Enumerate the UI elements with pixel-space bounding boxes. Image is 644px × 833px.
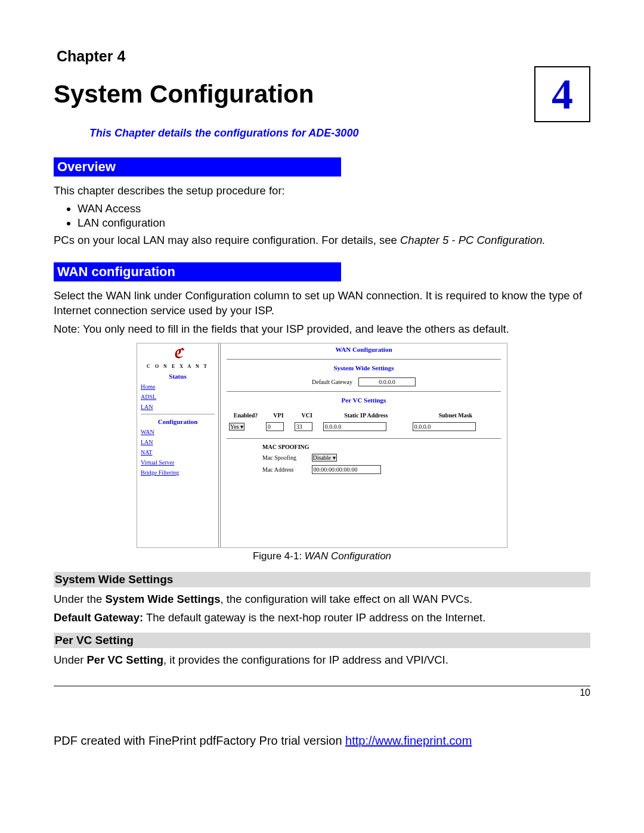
enabled-select[interactable]: Yes ▾	[229, 423, 244, 431]
title-row: System Configuration 4	[54, 66, 590, 122]
default-gateway-row: Default Gateway 0.0.0.0	[227, 377, 501, 386]
overview-intro: This chapter describes the setup procedu…	[54, 184, 590, 199]
section-wan-heading: WAN configuration	[54, 262, 341, 281]
figure-caption: Figure 4-1: WAN Configuration	[54, 550, 590, 562]
figure-caption-em: WAN Configuration	[305, 550, 391, 562]
pdf-footer: PDF created with FinePrint pdfFactory Pr…	[54, 734, 590, 748]
text: PCs on your local LAN may also require c…	[54, 234, 400, 246]
th-mask: Subnet Mask	[411, 411, 500, 420]
sidebar-config-label: Configuration	[141, 418, 215, 425]
screenshot-main: WAN Configuration System Wide Settings D…	[221, 343, 507, 547]
sidebar-link-virtual-server[interactable]: Virtual Server	[141, 459, 215, 466]
wan-p1: Select the WAN link under Configuration …	[54, 289, 590, 318]
section-overview-heading: Overview	[54, 157, 341, 176]
sidebar-link-adsl[interactable]: ADSL	[141, 394, 215, 400]
page-number: 10	[54, 688, 590, 698]
wan-p2: Note: You only need to fill in the field…	[54, 322, 590, 337]
sidebar-link-bridge-filtering[interactable]: Bridge Filtering	[141, 469, 215, 476]
th-enabled: Enabled?	[228, 411, 264, 420]
mac-spoofing-row: Mac Spoofing Disable ▾	[262, 454, 501, 462]
footer-link[interactable]: http://www.fineprint.com	[345, 734, 472, 747]
sidebar-link-wan[interactable]: WAN	[141, 429, 215, 435]
wan-config-screenshot: ℭ C O N E X A N T Status Home ADSL LAN C…	[137, 343, 507, 548]
chapter-label: Chapter 4	[57, 48, 590, 65]
default-gateway-input[interactable]: 0.0.0.0	[358, 377, 416, 386]
sws-subheading: System Wide Settings	[54, 572, 590, 587]
page-title: System Configuration	[54, 80, 314, 109]
chapter-subtitle: This Chapter details the configurations …	[89, 127, 590, 140]
vci-input[interactable]: 33	[295, 422, 312, 431]
pvc-text: Under Per VC Setting, it provides the co…	[54, 653, 590, 668]
figure-caption-pre: Figure 4-1:	[253, 550, 305, 562]
mac-address-label: Mac Address	[262, 466, 310, 473]
th-ip: Static IP Address	[322, 411, 410, 420]
list-item: WAN Access	[78, 202, 590, 215]
overview-bullets: WAN Access LAN configuration	[78, 202, 590, 230]
sidebar-link-lan[interactable]: LAN	[141, 404, 215, 410]
footer-text: PDF created with FinePrint pdfFactory Pr…	[54, 734, 345, 747]
ss-main-title: WAN Configuration	[227, 346, 501, 353]
pvc-table: Enabled? VPI VCI Static IP Address Subne…	[227, 410, 501, 433]
mac-spoofing-select[interactable]: Disable ▾	[312, 454, 337, 462]
sidebar-link-nat[interactable]: NAT	[141, 449, 215, 456]
mask-input[interactable]: 0.0.0.0	[413, 422, 476, 431]
default-gateway-label: Default Gateway	[312, 379, 352, 385]
sidebar-link-lan2[interactable]: LAN	[141, 439, 215, 445]
mac-spoofing-label: Mac Spoofing	[262, 454, 310, 461]
chapter-number-box: 4	[534, 66, 590, 122]
default-gateway-text: Default Gateway: The default gateway is …	[54, 611, 590, 625]
vpi-input[interactable]: 0	[266, 422, 284, 431]
screenshot-sidebar: ℭ C O N E X A N T Status Home ADSL LAN C…	[137, 343, 221, 547]
footer-rule	[54, 686, 590, 686]
mac-spoofing-heading: MAC SPOOFING	[262, 444, 501, 450]
mac-address-row: Mac Address 00:00:00:00:00:00	[262, 465, 501, 474]
brand-text: C O N E X A N T	[141, 364, 215, 369]
mac-address-input[interactable]: 00:00:00:00:00:00	[312, 465, 381, 474]
chapter-reference: Chapter 5 - PC Configuration.	[400, 234, 546, 246]
document-page: Chapter 4 System Configuration 4 This Ch…	[0, 0, 644, 833]
ip-input[interactable]: 0.0.0.0	[323, 422, 386, 431]
sidebar-status-label: Status	[141, 373, 215, 380]
conexant-logo: ℭ	[141, 346, 215, 361]
list-item: LAN configuration	[78, 216, 590, 230]
overview-followup: PCs on your local LAN may also require c…	[54, 233, 590, 248]
table-row: Yes ▾ 0 33 0.0.0.0 0.0.0.0	[228, 421, 500, 432]
pvc-subheading: Per VC Setting	[54, 633, 590, 648]
ss-sws-title: System Wide Settings	[227, 364, 501, 371]
sidebar-link-home[interactable]: Home	[141, 383, 215, 390]
logo-icon: ℭ	[174, 346, 182, 361]
ss-pvc-title: Per VC Settings	[227, 397, 501, 404]
th-vci: VCI	[293, 411, 321, 420]
sws-text: Under the System Wide Settings, the conf…	[54, 592, 590, 607]
th-vpi: VPI	[265, 411, 292, 420]
